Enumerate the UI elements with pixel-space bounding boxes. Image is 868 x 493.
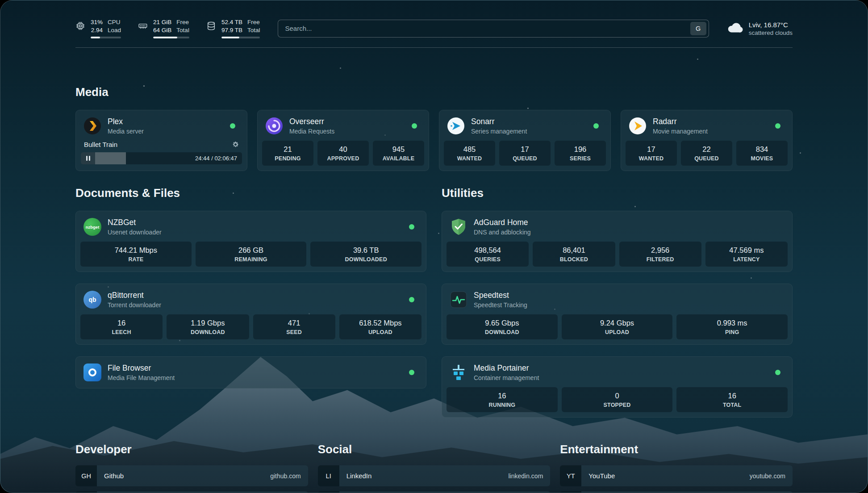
bookmark-twitter[interactable]: TW Twittertwitter.com [318,491,551,493]
stat-value: 17 [628,145,674,154]
stat-label: APPROVED [320,155,366,162]
service-desc: Speedtest Tracking [474,301,527,309]
section-title-media: Media [75,85,793,99]
section-title-entertainment: Entertainment [560,443,793,456]
service-link-plex[interactable]: Plex Media server [79,113,244,139]
plex-time: 24:44 / 02:06:47 [195,155,242,162]
disk-progress-bar [221,37,260,38]
service-link-portainer[interactable]: Media Portainer Container management [445,359,789,385]
radarr-icon [628,117,647,135]
top-bar: 31% 2.94 CPU Load [75,16,793,48]
plex-progress-bar[interactable]: 24:44 / 02:06:47 [81,152,242,164]
stat-filtered: 2,956FILTERED [619,242,701,267]
service-link-overseerr[interactable]: Overseerr Media Requests [260,113,426,139]
stat-value: 744.21 Mbps [83,246,189,255]
service-text: Radarr Movie management [653,117,708,135]
service-link-radarr[interactable]: Radarr Movie management [624,113,789,139]
stat-label: WANTED [628,155,674,162]
status-dot [409,297,414,302]
stat-label: SEED [256,329,333,335]
service-desc: Movie management [653,128,708,135]
status-dot [409,370,414,375]
bookmark-abbr: YT [560,465,581,486]
stat-label: LEECH [83,329,160,335]
stat-value: 16 [679,392,785,400]
cpu-widget: 31% 2.94 CPU Load [75,18,121,38]
stat-download: 9.65 GbpsDOWNLOAD [447,314,558,339]
bookmark-list: YT YouTubeyoutube.com NF Netflixnetflix.… [560,465,793,493]
bookmark-youtube[interactable]: YT YouTubeyoutube.com [560,465,793,486]
bookmark-github[interactable]: GH Githubgithub.com [75,465,308,486]
service-name: File Browser [108,363,175,373]
stat-value: 1.19 Gbps [169,319,246,327]
stat-value: 17 [502,145,548,154]
filebrowser-icon [83,363,102,382]
stat-label: MOVIES [739,155,785,162]
bookmark-stackoverflow[interactable]: SO StackOverflowstackoverflow.com [75,491,308,493]
cpu-widget-body: 31% 2.94 CPU Load [91,18,121,38]
cloud-icon [727,22,743,35]
stat-value: 9.65 Gbps [449,319,555,327]
service-link-adguard[interactable]: AdGuard Home DNS and adblocking [445,214,789,240]
memory-total-value: 64 GiB [153,26,171,34]
bookmark-linkedin[interactable]: LI LinkedInlinkedin.com [318,465,551,486]
stats-row: 21PENDING 40APPROVED 945AVAILABLE [260,139,426,168]
cpu-icon [75,21,85,33]
stat-value: 86,401 [535,246,612,255]
stat-stopped: 0STOPPED [562,387,673,412]
portainer-icon [449,363,468,382]
disk-label-column: Free Total [247,18,260,34]
search-provider-button[interactable]: G [690,22,706,35]
service-link-speedtest[interactable]: Speedtest Speedtest Tracking [445,287,789,313]
stat-value: 9.24 Gbps [564,319,670,327]
service-link-nzbget[interactable]: nzbget NZBGet Usenet downloader [79,214,423,240]
bookmark-url: linkedin.com [509,472,543,480]
service-name: Radarr [653,117,708,126]
stat-value: 16 [449,392,555,400]
stat-label: BLOCKED [535,256,612,263]
section-title-social: Social [318,443,551,456]
bookmark-netflix[interactable]: NF Netflixnetflix.com [560,491,793,493]
memory-progress-fill [153,37,177,38]
service-link-filebrowser[interactable]: File Browser Media File Management [79,359,423,385]
stat-value: 22 [684,145,730,154]
service-text: Speedtest Speedtest Tracking [474,291,527,309]
service-link-sonarr[interactable]: Sonarr Series management [442,113,608,139]
adguard-icon [449,217,468,236]
cpu-progress-fill [91,37,100,38]
service-text: AdGuard Home DNS and adblocking [474,218,531,236]
stat-pending: 21PENDING [262,141,313,166]
service-link-qbittorrent[interactable]: qb qBittorrent Torrent downloader [79,287,423,313]
service-desc: Media File Management [108,374,175,381]
service-card-speedtest: Speedtest Speedtest Tracking 9.65 GbpsDO… [442,284,793,345]
service-desc: Usenet downloader [108,229,162,236]
pause-button[interactable] [81,152,95,164]
weather-widget[interactable]: Lviv, 16.87°C scattered clouds [727,21,793,36]
resource-widgets: 31% 2.94 CPU Load [75,18,260,38]
stat-value: 471 [256,319,333,327]
stat-label: TOTAL [679,402,785,408]
memory-free-label: Free [176,18,189,26]
bookmark-abbr: LI [318,465,339,486]
bookmark-abbr: TW [318,491,339,493]
gear-icon[interactable] [232,141,239,148]
service-card-plex: Plex Media server Bullet Train 24:44 / 0… [75,110,247,171]
stats-row: 16LEECH 1.19 GbpsDOWNLOAD 471SEED 618.52… [79,313,423,342]
stat-value: 196 [557,145,603,154]
stat-approved: 40APPROVED [317,141,369,166]
disk-total-label: Total [247,26,260,34]
nzbget-icon: nzbget [83,217,102,236]
disk-icon [206,21,216,33]
service-name: AdGuard Home [474,218,531,227]
disk-progress-fill [221,37,239,38]
service-name: Sonarr [471,117,527,126]
disk-widget: 52.4 TB 97.9 TB Free Total [206,18,260,38]
search-input[interactable] [285,25,690,32]
service-text: Sonarr Series management [471,117,527,135]
service-text: Overseerr Media Requests [289,117,334,135]
stat-seed: 471SEED [253,314,335,339]
cpu-usage-label: CPU [108,18,121,26]
stat-remaining: 266 GBREMAINING [196,242,307,267]
memory-free-value: 21 GiB [153,18,171,26]
status-dot [775,123,780,129]
